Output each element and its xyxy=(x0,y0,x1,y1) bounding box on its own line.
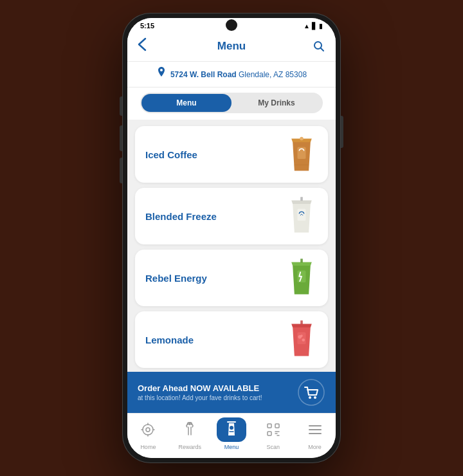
nav-menu-label: Menu xyxy=(224,444,239,450)
menu-item-blended-freeze[interactable]: Blended Freeze xyxy=(135,188,328,244)
nav-menu[interactable]: Menu xyxy=(215,417,248,450)
nav-more[interactable]: More xyxy=(298,417,332,450)
lemonade-image xyxy=(283,318,320,362)
nav-rewards-label: Rewards xyxy=(178,444,201,450)
menu-list: Iced Coffee Blended Freeze xyxy=(127,120,336,372)
status-icons: ▲ ▋ ▮ xyxy=(304,23,323,30)
app-header: Menu xyxy=(127,32,336,62)
signal-icon: ▋ xyxy=(312,23,317,30)
svg-rect-18 xyxy=(268,432,271,435)
banner-title: Order Ahead NOW AVAILABLE xyxy=(138,383,262,393)
svg-point-13 xyxy=(143,425,153,435)
svg-point-12 xyxy=(314,396,316,399)
nav-home[interactable]: Home xyxy=(131,417,165,450)
banner-cart-icon xyxy=(297,378,325,407)
svg-rect-16 xyxy=(268,424,271,428)
svg-point-11 xyxy=(309,396,311,399)
svg-point-8 xyxy=(300,334,303,337)
phone-screen: 5:15 ▲ ▋ ▮ Menu xyxy=(127,18,336,458)
svg-rect-17 xyxy=(275,424,279,428)
menu-item-rebel-energy[interactable]: Rebel Energy xyxy=(135,250,328,306)
svg-point-14 xyxy=(146,428,150,432)
location-city: Glendale, AZ 85308 xyxy=(239,70,307,79)
svg-rect-3 xyxy=(298,208,306,221)
status-time: 5:15 xyxy=(140,22,154,30)
search-button[interactable] xyxy=(307,40,325,53)
phone-shell: 5:15 ▲ ▋ ▮ Menu xyxy=(122,13,341,463)
scan-icon-wrap xyxy=(259,417,288,442)
location-address: 5724 W. Bell Road Glendale, AZ 85308 xyxy=(170,70,307,79)
blended-freeze-image xyxy=(283,194,320,238)
bottom-nav: Home Rewards xyxy=(127,413,336,458)
battery-icon: ▮ xyxy=(319,23,323,30)
svg-point-10 xyxy=(298,380,324,405)
power-button xyxy=(341,116,343,148)
svg-point-15 xyxy=(230,426,233,430)
back-button[interactable] xyxy=(138,37,156,55)
tab-my-drinks[interactable]: My Drinks xyxy=(232,94,322,112)
nav-rewards[interactable]: Rewards xyxy=(173,417,206,450)
nav-scan[interactable]: Scan xyxy=(257,417,290,450)
banner-text: Order Ahead NOW AVAILABLE at this locati… xyxy=(138,383,262,401)
menu-item-name: Lemonade xyxy=(145,334,194,345)
svg-point-2 xyxy=(300,136,304,140)
home-icon-wrap xyxy=(133,417,163,442)
camera-notch xyxy=(226,19,237,31)
location-pin-icon xyxy=(156,67,167,82)
iced-coffee-image xyxy=(283,133,320,176)
nav-more-label: More xyxy=(308,444,322,450)
nav-scan-label: Scan xyxy=(267,444,280,450)
menu-item-lemonade[interactable]: Lemonade xyxy=(135,311,328,368)
menu-item-name: Rebel Energy xyxy=(145,273,207,284)
menu-item-iced-coffee[interactable]: Iced Coffee xyxy=(135,126,328,183)
order-banner[interactable]: Order Ahead NOW AVAILABLE at this locati… xyxy=(127,372,336,413)
tab-container: Menu My Drinks xyxy=(140,93,323,113)
svg-point-7 xyxy=(302,338,305,342)
banner-subtitle: at this location! Add your fave drinks t… xyxy=(138,394,262,401)
menu-item-name: Blended Freeze xyxy=(145,211,217,222)
tab-switcher: Menu My Drinks xyxy=(127,87,336,120)
more-icon-wrap xyxy=(300,417,330,442)
nav-home-label: Home xyxy=(140,444,156,450)
page-title: Menu xyxy=(156,40,307,53)
rewards-icon-wrap xyxy=(175,417,204,442)
menu-item-name: Iced Coffee xyxy=(145,149,197,160)
volume-silent-button xyxy=(120,96,122,116)
wifi-icon: ▲ xyxy=(304,23,310,30)
volume-down-button xyxy=(120,158,122,183)
menu-icon-wrap xyxy=(217,417,246,442)
rebel-energy-image xyxy=(283,256,320,300)
volume-up-button xyxy=(120,125,122,151)
tab-menu[interactable]: Menu xyxy=(141,94,232,112)
location-bar[interactable]: 5724 W. Bell Road Glendale, AZ 85308 xyxy=(127,62,336,87)
